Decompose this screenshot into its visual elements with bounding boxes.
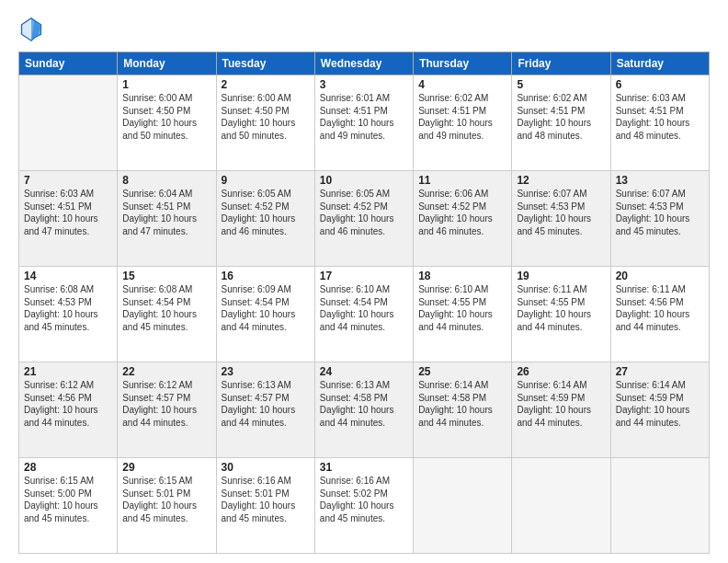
calendar-cell: 31Sunrise: 6:16 AMSunset: 5:02 PMDayligh… [314,458,413,554]
calendar-cell [19,75,118,171]
calendar-cell [512,458,610,554]
day-info: Sunrise: 6:02 AMSunset: 4:51 PMDaylight:… [517,92,605,142]
day-info: Sunrise: 6:05 AMSunset: 4:52 PMDaylight:… [222,188,310,237]
day-info: Sunrise: 6:12 AMSunset: 4:57 PMDaylight:… [122,379,210,429]
calendar-cell [414,458,512,554]
day-number: 1 [122,78,210,91]
day-number: 26 [517,365,605,378]
day-info: Sunrise: 6:06 AMSunset: 4:52 PMDaylight:… [418,188,506,237]
day-number: 24 [320,365,408,378]
day-info: Sunrise: 6:09 AMSunset: 4:54 PMDaylight:… [222,283,310,333]
day-number: 17 [320,270,408,282]
calendar-week-4: 21Sunrise: 6:12 AMSunset: 4:56 PMDayligh… [19,362,710,458]
day-info: Sunrise: 6:04 AMSunset: 4:51 PMDaylight:… [122,188,210,237]
day-info: Sunrise: 6:13 AMSunset: 4:58 PMDaylight:… [320,379,408,429]
calendar-cell: 30Sunrise: 6:16 AMSunset: 5:01 PMDayligh… [216,458,314,554]
column-header-thursday: Thursday [414,52,512,75]
day-number: 9 [222,174,310,187]
column-header-wednesday: Wednesday [314,52,413,75]
day-info: Sunrise: 6:13 AMSunset: 4:57 PMDaylight:… [222,379,310,429]
day-info: Sunrise: 6:10 AMSunset: 4:54 PMDaylight:… [320,283,408,333]
calendar-cell: 10Sunrise: 6:05 AMSunset: 4:52 PMDayligh… [314,171,413,267]
column-header-friday: Friday [512,52,610,75]
day-number: 11 [418,174,506,187]
day-info: Sunrise: 6:10 AMSunset: 4:55 PMDaylight:… [418,283,506,333]
logo [18,17,48,42]
day-number: 23 [222,365,310,378]
day-info: Sunrise: 6:03 AMSunset: 4:51 PMDaylight:… [616,92,704,142]
day-number: 29 [122,461,210,474]
day-info: Sunrise: 6:07 AMSunset: 4:53 PMDaylight:… [517,188,605,237]
calendar-cell: 4Sunrise: 6:02 AMSunset: 4:51 PMDaylight… [414,75,512,171]
day-info: Sunrise: 6:14 AMSunset: 4:59 PMDaylight:… [517,379,605,429]
calendar-cell: 21Sunrise: 6:12 AMSunset: 4:56 PMDayligh… [19,362,118,458]
calendar-cell: 15Sunrise: 6:08 AMSunset: 4:54 PMDayligh… [118,267,216,362]
calendar-cell: 29Sunrise: 6:15 AMSunset: 5:01 PMDayligh… [118,458,216,554]
day-info: Sunrise: 6:12 AMSunset: 4:56 PMDaylight:… [24,379,112,429]
day-info: Sunrise: 6:08 AMSunset: 4:53 PMDaylight:… [24,283,112,333]
calendar-cell: 25Sunrise: 6:14 AMSunset: 4:58 PMDayligh… [414,362,512,458]
day-number: 10 [320,174,408,187]
day-info: Sunrise: 6:01 AMSunset: 4:51 PMDaylight:… [320,92,408,142]
calendar-cell: 22Sunrise: 6:12 AMSunset: 4:57 PMDayligh… [118,362,216,458]
calendar-cell: 23Sunrise: 6:13 AMSunset: 4:57 PMDayligh… [216,362,314,458]
day-number: 8 [122,174,210,187]
day-number: 6 [616,78,704,91]
calendar-cell: 16Sunrise: 6:09 AMSunset: 4:54 PMDayligh… [216,267,314,362]
calendar-cell: 3Sunrise: 6:01 AMSunset: 4:51 PMDaylight… [314,75,413,171]
day-info: Sunrise: 6:16 AMSunset: 5:01 PMDaylight:… [222,475,310,524]
day-info: Sunrise: 6:14 AMSunset: 4:59 PMDaylight:… [616,379,704,429]
day-number: 30 [222,461,310,474]
calendar-cell: 1Sunrise: 6:00 AMSunset: 4:50 PMDaylight… [118,75,216,171]
header [18,17,710,42]
day-info: Sunrise: 6:14 AMSunset: 4:58 PMDaylight:… [418,379,506,429]
calendar-cell: 17Sunrise: 6:10 AMSunset: 4:54 PMDayligh… [314,267,413,362]
day-number: 4 [418,78,506,91]
calendar-cell: 6Sunrise: 6:03 AMSunset: 4:51 PMDaylight… [610,75,709,171]
day-number: 18 [418,270,506,282]
column-header-tuesday: Tuesday [216,52,314,75]
column-header-sunday: Sunday [19,52,118,75]
calendar-cell: 11Sunrise: 6:06 AMSunset: 4:52 PMDayligh… [414,171,512,267]
day-number: 20 [616,270,704,282]
day-number: 31 [320,461,408,474]
page: SundayMondayTuesdayWednesdayThursdayFrid… [0,0,728,563]
calendar-week-2: 7Sunrise: 6:03 AMSunset: 4:51 PMDaylight… [19,171,710,267]
logo-icon [18,17,44,42]
day-info: Sunrise: 6:15 AMSunset: 5:01 PMDaylight:… [122,475,210,524]
day-number: 12 [517,174,605,187]
day-info: Sunrise: 6:11 AMSunset: 4:55 PMDaylight:… [517,283,605,333]
day-number: 7 [24,174,112,187]
day-number: 14 [24,270,112,282]
calendar-cell: 13Sunrise: 6:07 AMSunset: 4:53 PMDayligh… [610,171,709,267]
day-info: Sunrise: 6:16 AMSunset: 5:02 PMDaylight:… [320,475,408,524]
day-number: 28 [24,461,112,474]
day-info: Sunrise: 6:11 AMSunset: 4:56 PMDaylight:… [616,283,704,333]
calendar-cell: 18Sunrise: 6:10 AMSunset: 4:55 PMDayligh… [414,267,512,362]
calendar-cell: 9Sunrise: 6:05 AMSunset: 4:52 PMDaylight… [216,171,314,267]
day-number: 5 [517,78,605,91]
calendar-week-1: 1Sunrise: 6:00 AMSunset: 4:50 PMDaylight… [19,75,710,171]
calendar-cell: 26Sunrise: 6:14 AMSunset: 4:59 PMDayligh… [512,362,610,458]
day-number: 19 [517,270,605,282]
calendar-cell: 27Sunrise: 6:14 AMSunset: 4:59 PMDayligh… [610,362,709,458]
column-header-saturday: Saturday [610,52,709,75]
calendar-cell: 20Sunrise: 6:11 AMSunset: 4:56 PMDayligh… [610,267,709,362]
calendar-cell: 14Sunrise: 6:08 AMSunset: 4:53 PMDayligh… [19,267,118,362]
calendar-cell: 19Sunrise: 6:11 AMSunset: 4:55 PMDayligh… [512,267,610,362]
calendar-week-3: 14Sunrise: 6:08 AMSunset: 4:53 PMDayligh… [19,267,710,362]
day-info: Sunrise: 6:02 AMSunset: 4:51 PMDaylight:… [418,92,506,142]
calendar-cell: 8Sunrise: 6:04 AMSunset: 4:51 PMDaylight… [118,171,216,267]
calendar-week-5: 28Sunrise: 6:15 AMSunset: 5:00 PMDayligh… [19,458,710,554]
day-info: Sunrise: 6:00 AMSunset: 4:50 PMDaylight:… [222,92,310,142]
calendar-table: SundayMondayTuesdayWednesdayThursdayFrid… [18,52,710,554]
day-number: 22 [122,365,210,378]
day-info: Sunrise: 6:08 AMSunset: 4:54 PMDaylight:… [122,283,210,333]
calendar-cell: 12Sunrise: 6:07 AMSunset: 4:53 PMDayligh… [512,171,610,267]
calendar-cell [610,458,709,554]
day-number: 16 [222,270,310,282]
day-number: 15 [122,270,210,282]
day-number: 13 [616,174,704,187]
day-info: Sunrise: 6:07 AMSunset: 4:53 PMDaylight:… [616,188,704,237]
day-info: Sunrise: 6:05 AMSunset: 4:52 PMDaylight:… [320,188,408,237]
